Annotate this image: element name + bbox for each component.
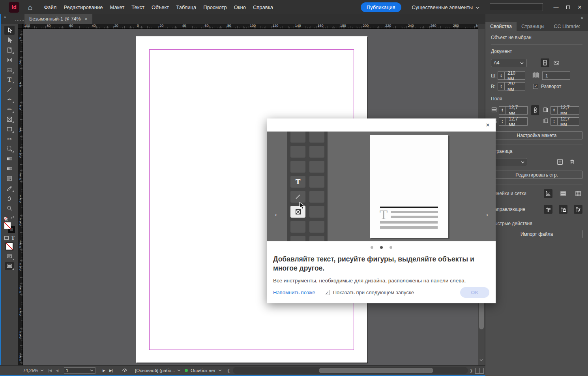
gradient-swatch-tool[interactable] bbox=[4, 154, 15, 163]
line-tool[interactable] bbox=[4, 85, 15, 94]
page-count-field[interactable]: 1 bbox=[542, 71, 570, 80]
publish-button[interactable]: Публикация bbox=[361, 2, 401, 12]
carousel-next-icon[interactable]: → bbox=[481, 209, 490, 218]
horizontal-scrollbar[interactable] bbox=[233, 367, 468, 374]
formatting-affects-text-icon[interactable]: T bbox=[11, 235, 15, 241]
pen-tool[interactable]: ✒ bbox=[4, 95, 15, 104]
menu-Текст[interactable]: Текст bbox=[128, 1, 148, 13]
next-page-button[interactable]: ▶ bbox=[103, 368, 105, 372]
width-field[interactable]: 210 мм bbox=[504, 71, 525, 80]
apply-none-swatch[interactable] bbox=[6, 243, 13, 250]
formatting-affects-container-icon[interactable] bbox=[4, 236, 9, 240]
chevrons-right-icon[interactable]: » bbox=[4, 15, 6, 19]
hand-tool[interactable] bbox=[4, 194, 15, 203]
home-icon[interactable]: ⌂ bbox=[28, 4, 32, 11]
default-fill-stroke-icon[interactable] bbox=[4, 216, 8, 222]
panel-tab-Свойства[interactable]: Свойства bbox=[485, 22, 517, 31]
first-page-button[interactable]: |◀ bbox=[48, 368, 52, 372]
fill-swatch[interactable] bbox=[4, 222, 11, 229]
baseline-grid-icon[interactable] bbox=[559, 189, 567, 198]
edit-page-button[interactable]: Редактировать стр. bbox=[491, 171, 582, 179]
margin-top-stepper[interactable]: ▲▼ bbox=[499, 106, 506, 115]
width-stepper[interactable]: ▲▼ bbox=[498, 71, 504, 80]
preflight-status[interactable]: Ошибок нет bbox=[185, 366, 222, 375]
note-tool[interactable] bbox=[4, 174, 15, 183]
menu-Редактирование[interactable]: Редактирование bbox=[60, 1, 106, 13]
zoom-tool[interactable] bbox=[4, 203, 15, 212]
search-input[interactable] bbox=[490, 3, 543, 11]
menu-Окно[interactable]: Окно bbox=[230, 1, 249, 13]
margin-inside-field[interactable]: 12,7 мм bbox=[557, 106, 579, 115]
height-stepper[interactable]: ▲▼ bbox=[498, 82, 504, 90]
margin-outside-field[interactable]: 12,7 мм bbox=[557, 117, 579, 126]
workspace-selector[interactable]: Существенные элементы bbox=[407, 3, 484, 11]
previous-page-button[interactable]: ◀ bbox=[56, 368, 58, 372]
minimize-button[interactable]: — bbox=[550, 2, 562, 12]
menu-Файл[interactable]: Файл bbox=[40, 1, 60, 13]
tab-close-icon[interactable]: × bbox=[85, 16, 88, 22]
carousel-dot[interactable] bbox=[380, 246, 383, 249]
margin-bottom-field[interactable]: 12,7 мм bbox=[506, 117, 528, 126]
carousel-dot[interactable] bbox=[390, 246, 392, 249]
portrait-orientation-icon[interactable] bbox=[541, 58, 549, 67]
menu-Просмотр[interactable]: Просмотр bbox=[200, 1, 230, 13]
menu-Таблица[interactable]: Таблица bbox=[172, 1, 200, 13]
carousel-prev-icon[interactable]: ← bbox=[273, 209, 282, 218]
horizontal-ruler[interactable]: 1008060402002040608010012014016018020022… bbox=[23, 24, 478, 29]
page-number-field[interactable]: 1 bbox=[64, 367, 96, 374]
add-page-icon[interactable] bbox=[556, 158, 564, 166]
panel-tab-Страницы[interactable]: Страницы bbox=[517, 22, 549, 31]
gradient-feather-tool[interactable] bbox=[4, 164, 15, 173]
page-size-select[interactable]: A4 bbox=[491, 59, 526, 67]
vertical-ruler[interactable]: 02 04 06 08 01 0 01 2 01 4 01 6 01 8 02 … bbox=[18, 29, 23, 365]
height-field[interactable]: 297 мм bbox=[504, 82, 525, 90]
gap-tool[interactable] bbox=[4, 55, 15, 64]
link-margins-icon[interactable] bbox=[531, 105, 539, 115]
lock-guides-icon[interactable] bbox=[559, 205, 567, 214]
import-file-button[interactable]: Импорт файла bbox=[491, 230, 582, 238]
menu-Объект[interactable]: Объект bbox=[148, 1, 172, 13]
page-tool[interactable] bbox=[4, 45, 15, 55]
delete-page-icon[interactable] bbox=[568, 158, 577, 166]
rectangle-tool[interactable] bbox=[4, 124, 15, 133]
view-options-icon[interactable] bbox=[5, 253, 14, 261]
scroll-right-icon[interactable]: ❯ bbox=[470, 366, 473, 375]
landscape-orientation-icon[interactable] bbox=[552, 58, 561, 67]
facing-pages-checkbox[interactable]: ✓ bbox=[533, 84, 538, 89]
document-grid-icon[interactable] bbox=[574, 189, 582, 198]
free-transform-tool[interactable] bbox=[4, 144, 15, 153]
scroll-left-icon[interactable]: ❮ bbox=[227, 366, 230, 375]
page-select[interactable] bbox=[491, 158, 527, 166]
scissors-tool[interactable]: ✂ bbox=[4, 134, 15, 143]
type-tool[interactable]: T bbox=[4, 75, 15, 84]
menu-Справка[interactable]: Справка bbox=[249, 1, 277, 13]
zoom-level-control[interactable]: 74,25% bbox=[23, 366, 44, 375]
selection-tool[interactable] bbox=[4, 26, 15, 35]
smart-guides-icon[interactable] bbox=[574, 205, 582, 214]
margin-top-field[interactable]: 12,7 мм bbox=[506, 106, 528, 115]
carousel-dot[interactable] bbox=[371, 246, 373, 249]
master-page-selector[interactable]: [Основной] (рабо... bbox=[135, 366, 181, 375]
last-page-button[interactable]: ▶| bbox=[109, 368, 113, 372]
margin-bottom-stepper[interactable]: ▲▼ bbox=[499, 117, 506, 126]
chevrons-right-icon[interactable]: » bbox=[581, 15, 583, 20]
document-tab[interactable]: Безымянный-1 @ 74% × bbox=[24, 14, 92, 24]
close-button[interactable]: ✕ bbox=[574, 2, 586, 12]
content-collector-tool[interactable] bbox=[4, 65, 15, 74]
frame-tool[interactable] bbox=[4, 115, 15, 124]
ok-button[interactable]: OK bbox=[460, 287, 489, 298]
preflight-icon[interactable] bbox=[122, 366, 127, 375]
spread-view-icon[interactable] bbox=[475, 368, 484, 374]
panel-tab-CC Librarie:[interactable]: CC Librarie: bbox=[549, 22, 585, 31]
ruler-origin-corner[interactable] bbox=[18, 24, 23, 29]
dialog-close-icon[interactable]: × bbox=[484, 121, 492, 129]
horizontal-scrollbar-thumb[interactable] bbox=[319, 368, 433, 373]
rulers-icon[interactable] bbox=[544, 189, 552, 198]
margin-outside-stepper[interactable]: ▲▼ bbox=[551, 117, 557, 126]
adjust-layout-button[interactable]: Настройка макета bbox=[491, 131, 582, 139]
margin-inside-stepper[interactable]: ▲▼ bbox=[551, 106, 557, 115]
remind-later-link[interactable]: Напомнить позже bbox=[273, 290, 315, 295]
pencil-tool[interactable]: ✏ bbox=[4, 105, 15, 114]
scroll-down-icon[interactable] bbox=[479, 358, 483, 362]
guides-icon[interactable] bbox=[544, 205, 552, 214]
